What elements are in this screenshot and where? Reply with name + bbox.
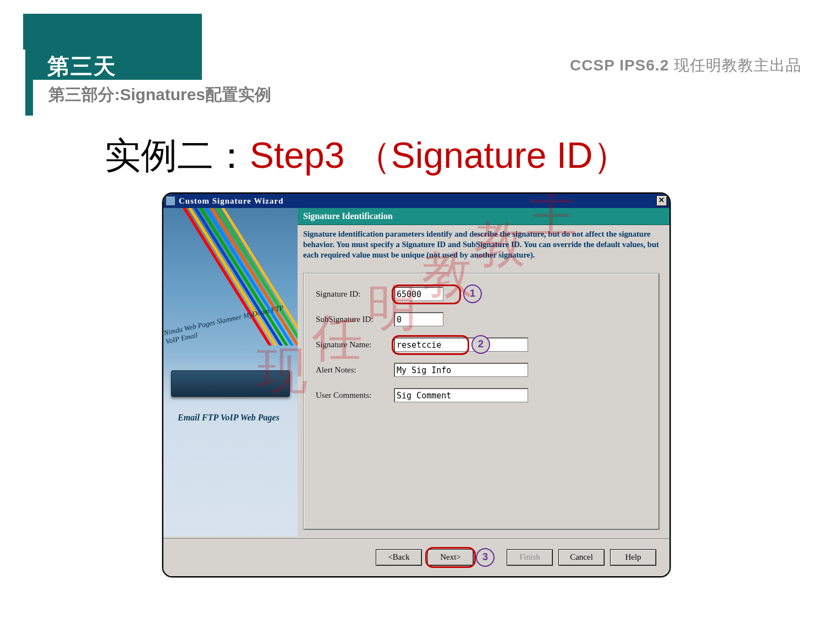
wizard-dialog: Custom Signature Wizard ✕ Nimda Web Page… <box>162 193 671 577</box>
input-signature-id[interactable] <box>394 287 443 301</box>
next-button[interactable]: Next> <box>427 549 474 566</box>
input-signature-name[interactable] <box>394 337 528 352</box>
header-author: 现任明教教主出品 <box>674 57 801 74</box>
input-user-comments[interactable] <box>394 388 528 402</box>
header-accent-block <box>23 14 202 50</box>
cancel-button[interactable]: Cancel <box>558 549 605 566</box>
fields-panel: Signature ID: SubSignature ID: Signature… <box>303 273 660 530</box>
wizard-right-pane: Signature Identification Signature ident… <box>298 208 669 537</box>
back-button[interactable]: <Back <box>376 549 422 566</box>
dialog-button-bar: <Back Next> 3 Finish Cancel Help <box>163 538 669 576</box>
label-signature-name: Signature Name: <box>316 340 394 349</box>
close-icon[interactable]: ✕ <box>656 195 667 206</box>
label-user-comments: User Comments: <box>316 391 394 400</box>
ips-device-icon <box>171 370 290 397</box>
callout-badge-1: 1 <box>463 285 482 303</box>
help-button[interactable]: Help <box>610 549 656 566</box>
label-alert-notes: Alert Notes: <box>316 365 394 375</box>
row-signature-name: Signature Name: <box>316 337 528 352</box>
slide-title: 实例二：Step3 （Signature ID） <box>105 131 629 181</box>
label-subsignature-id: SubSignature ID: <box>316 315 394 324</box>
header-day: 第三天 <box>47 51 117 81</box>
row-user-comments: User Comments: <box>316 388 528 402</box>
dialog-titlebar[interactable]: Custom Signature Wizard ✕ <box>163 194 669 208</box>
callout-badge-3: 3 <box>476 548 495 567</box>
header-subtitle: 第三部分:Signatures配置实例 <box>48 84 271 106</box>
header-course: CCSP IPS6.2 <box>570 57 669 74</box>
slide-title-en: Step3 （Signature ID） <box>250 135 629 176</box>
row-alert-notes: Alert Notes: <box>316 363 528 377</box>
left-pane-bottom-labels: Email FTP VoIP Web Pages <box>178 413 279 423</box>
row-signature-id: Signature ID: <box>316 287 443 301</box>
section-header: Signature Identification <box>298 208 669 225</box>
row-subsignature-id: SubSignature ID: <box>316 312 443 326</box>
dialog-title: Custom Signature Wizard <box>179 196 284 206</box>
slide-title-zh: 实例二： <box>105 135 250 176</box>
dialog-body: Nimda Web Pages Slammer MyDoom FTP VoIP … <box>163 208 669 537</box>
wizard-left-pane: Nimda Web Pages Slammer MyDoom FTP VoIP … <box>163 208 298 537</box>
app-icon <box>166 196 175 206</box>
label-signature-id: Signature ID: <box>316 289 394 299</box>
callout-badge-2: 2 <box>471 335 490 354</box>
input-alert-notes[interactable] <box>394 363 528 377</box>
section-description: Signature identification parameters iden… <box>303 229 660 260</box>
header-course-author: CCSP IPS6.2 现任明教教主出品 <box>570 55 801 76</box>
header-vertical-bar <box>25 50 33 116</box>
input-subsignature-id[interactable] <box>394 312 443 326</box>
finish-button: Finish <box>507 549 553 566</box>
